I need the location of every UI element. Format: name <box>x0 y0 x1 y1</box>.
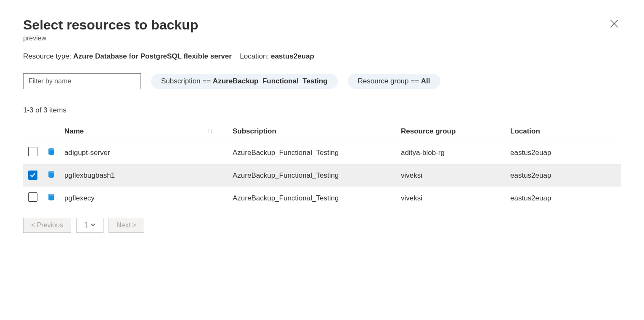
next-page-button[interactable]: Next > <box>109 218 144 233</box>
table-row[interactable]: adigupt-serverAzureBackup_Functional_Tes… <box>23 141 621 165</box>
resource-group-filter-value: All <box>421 77 430 85</box>
chevron-down-icon <box>90 221 95 229</box>
row-name: pgflexbugbash1 <box>61 165 229 187</box>
row-checkbox[interactable] <box>28 192 37 202</box>
column-header-icon <box>44 122 61 141</box>
column-header-name-label: Name <box>64 127 84 135</box>
row-location: eastus2euap <box>507 165 621 187</box>
resource-type-value: Azure Database for PostgreSQL flexible s… <box>73 52 232 60</box>
location-label: Location: <box>240 52 269 60</box>
row-subscription: AzureBackup_Functional_Testing <box>229 187 398 210</box>
row-resource-group: viveksi <box>398 187 507 210</box>
meta-row: Resource type: Azure Database for Postgr… <box>23 52 621 61</box>
column-header-select <box>23 122 44 141</box>
database-icon <box>48 171 55 178</box>
column-header-resource-group[interactable]: Resource group <box>398 122 507 141</box>
row-subscription: AzureBackup_Functional_Testing <box>229 165 398 187</box>
svg-point-5 <box>48 171 54 173</box>
page-number: 1 <box>84 221 88 229</box>
column-header-name[interactable]: Name ↑↓ <box>61 122 229 141</box>
row-name: pgflexecy <box>61 187 229 210</box>
subscription-filter-label: Subscription == <box>161 77 213 85</box>
row-resource-group: viveksi <box>398 165 507 187</box>
table-row[interactable]: pgflexecyAzureBackup_Functional_Testingv… <box>23 187 621 210</box>
subscription-filter-pill[interactable]: Subscription == AzureBackup_Functional_T… <box>151 74 338 89</box>
resource-group-filter-pill[interactable]: Resource group == All <box>348 74 440 89</box>
item-count: 1-3 of 3 items <box>23 106 621 115</box>
row-name: adigupt-server <box>61 141 229 165</box>
row-location: eastus2euap <box>507 187 621 210</box>
sort-icon: ↑↓ <box>207 127 213 134</box>
row-resource-group: aditya-blob-rg <box>398 141 507 165</box>
previous-page-button[interactable]: < Previous <box>23 218 71 233</box>
resources-table: Name ↑↓ Subscription Resource group Loca… <box>23 122 621 210</box>
location-value: eastus2euap <box>271 52 314 60</box>
row-location: eastus2euap <box>507 141 621 165</box>
database-icon <box>48 193 55 201</box>
page-subtitle: preview <box>23 35 198 42</box>
row-subscription: AzureBackup_Functional_Testing <box>229 141 398 165</box>
svg-point-3 <box>48 148 54 150</box>
resource-group-filter-label: Resource group == <box>358 77 421 85</box>
close-icon <box>610 23 618 29</box>
filter-name-input[interactable] <box>23 73 141 89</box>
page-title: Select resources to backup <box>23 17 198 33</box>
page-select[interactable]: 1 <box>76 218 103 233</box>
resource-type-label: Resource type: <box>23 52 71 60</box>
column-header-location[interactable]: Location <box>507 122 621 141</box>
close-button[interactable] <box>607 17 621 32</box>
row-checkbox[interactable] <box>28 171 37 180</box>
subscription-filter-value: AzureBackup_Functional_Testing <box>213 77 328 85</box>
row-checkbox[interactable] <box>28 147 37 156</box>
database-icon <box>48 148 55 155</box>
pager: < Previous 1 Next > <box>23 218 621 233</box>
table-row[interactable]: pgflexbugbash1AzureBackup_Functional_Tes… <box>23 165 621 187</box>
svg-point-7 <box>48 194 54 196</box>
column-header-subscription[interactable]: Subscription <box>229 122 398 141</box>
